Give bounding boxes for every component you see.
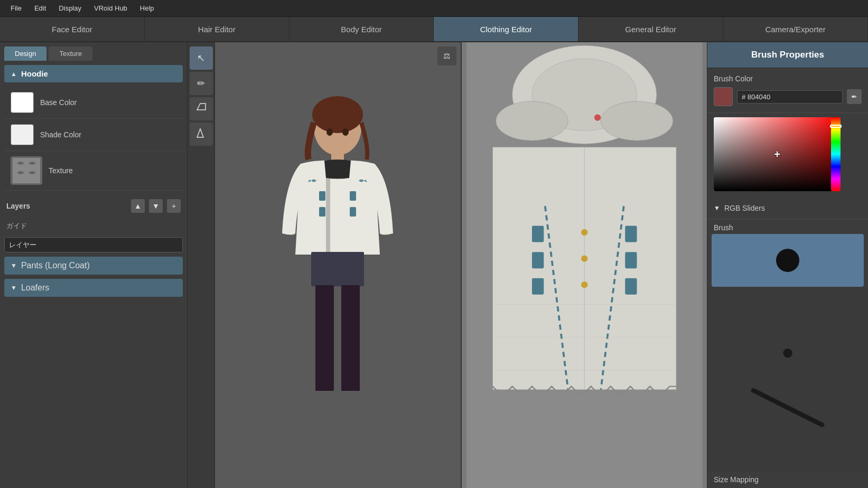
brush-color-swatch[interactable]	[714, 87, 733, 106]
shade-color-row: Shade Color	[4, 119, 183, 151]
svg-rect-11	[319, 207, 325, 217]
menu-bar: File Edit Display VRoid Hub Help	[0, 0, 868, 17]
tab-hair-editor[interactable]: Hair Editor	[145, 17, 290, 41]
menu-vroid-hub[interactable]: VRoid Hub	[88, 2, 134, 14]
left-panel: Design Texture ▲ Hoodie Base Color Shade…	[0, 42, 188, 488]
menu-edit[interactable]: Edit	[28, 2, 52, 14]
shade-color-label: Shade Color	[40, 130, 81, 139]
cursor-icon: ↖	[197, 52, 205, 64]
loafers-section-header[interactable]: ▼ Loafers	[4, 279, 183, 297]
svg-rect-24	[531, 226, 543, 242]
svg-point-32	[581, 281, 587, 288]
fill-tool-button[interactable]	[190, 123, 213, 146]
center-area: ⚖	[215, 42, 707, 488]
tab-body-editor[interactable]: Body Editor	[290, 17, 434, 41]
right-panel: Brush Properties Brush Color ✒ +	[707, 42, 868, 488]
hue-bar[interactable]	[831, 117, 841, 191]
brush-section: Brush	[707, 219, 868, 287]
svg-rect-15	[315, 285, 334, 391]
svg-marker-1	[197, 104, 206, 110]
brush-properties-title: Brush Properties	[707, 42, 868, 68]
pants-title: Pants (Long Coat)	[21, 261, 90, 270]
tab-texture[interactable]: Texture	[49, 46, 92, 61]
viewport-controls: ⚖	[437, 46, 456, 65]
layer-add-button[interactable]: +	[167, 199, 181, 213]
base-color-swatch[interactable]	[11, 92, 34, 113]
balance-icon-button[interactable]: ⚖	[437, 46, 456, 65]
hue-bar-container[interactable]	[831, 117, 841, 191]
hue-indicator	[830, 125, 842, 128]
layers-header: Layers ▲ ▼ +	[0, 195, 187, 217]
svg-rect-0	[13, 158, 40, 183]
layer-name-input[interactable]	[4, 237, 183, 252]
brush-preview	[712, 234, 864, 287]
size-mapping-label: Size Mapping	[707, 471, 868, 488]
balance-icon: ⚖	[443, 51, 450, 61]
brush-section-label: Brush	[707, 221, 868, 234]
pants-chevron-icon: ▼	[11, 262, 17, 269]
hoodie-section-header[interactable]: ▲ Hoodie	[4, 65, 183, 82]
fill-icon	[196, 128, 207, 141]
tab-general-editor[interactable]: General Editor	[578, 17, 723, 41]
svg-point-33	[594, 115, 600, 121]
brush-color-section: Brush Color ✒	[707, 68, 868, 113]
layer-move-down-button[interactable]: ▼	[149, 199, 163, 213]
rgb-sliders-section: ▼ RGB Sliders	[707, 198, 868, 219]
svg-point-31	[581, 255, 587, 261]
viewport-texture[interactable]	[462, 42, 707, 488]
loafers-title: Loafers	[21, 283, 49, 293]
svg-rect-37	[707, 322, 868, 436]
base-color-label: Base Color	[40, 98, 77, 107]
pen-icon: ✒	[851, 92, 857, 101]
hoodie-section: ▲ Hoodie Base Color Shade Color	[0, 61, 187, 195]
tab-camera-exporter[interactable]: Camera/Exporter	[723, 17, 868, 41]
texture-row: Texture	[4, 151, 183, 191]
svg-point-30	[581, 229, 587, 236]
tab-design[interactable]: Design	[4, 46, 46, 61]
guide-layer-item[interactable]: ガイド	[0, 217, 187, 235]
svg-point-6	[326, 128, 333, 136]
pencil-tool-button[interactable]: ✏	[190, 72, 213, 95]
brush-color-label: Brush Color	[714, 74, 862, 83]
svg-rect-13	[350, 207, 356, 217]
menu-display[interactable]: Display	[52, 2, 88, 14]
svg-point-5	[312, 96, 363, 133]
texture-label: Texture	[49, 166, 73, 175]
tab-clothing-editor[interactable]: Clothing Editor	[434, 17, 578, 41]
svg-rect-10	[319, 191, 325, 201]
eraser-icon	[196, 102, 207, 116]
base-color-row: Base Color	[4, 87, 183, 119]
svg-point-7	[342, 128, 349, 136]
svg-rect-16	[341, 285, 360, 391]
eraser-tool-button[interactable]	[190, 97, 213, 120]
character-3d-view	[264, 86, 412, 445]
svg-marker-2	[197, 129, 203, 137]
texture-swatch[interactable]	[11, 156, 42, 185]
color-picker-area[interactable]: +	[714, 117, 862, 193]
design-texture-tabs: Design Texture	[0, 42, 187, 61]
svg-rect-27	[625, 226, 637, 242]
shade-color-swatch[interactable]	[11, 124, 34, 145]
brush-hex-input[interactable]	[737, 90, 843, 104]
hoodie-title: Hoodie	[21, 69, 48, 78]
color-gradient[interactable]: +	[714, 117, 841, 191]
tools-column: ↖ ✏	[188, 42, 215, 488]
rgb-sliders-header[interactable]: ▼ RGB Sliders	[714, 202, 862, 214]
texture-view	[462, 42, 707, 488]
svg-rect-14	[311, 252, 364, 286]
tab-face-editor[interactable]: Face Editor	[0, 17, 145, 41]
color-crosshair: +	[774, 148, 780, 161]
select-tool-button[interactable]: ↖	[190, 46, 213, 70]
svg-rect-28	[625, 252, 637, 268]
menu-file[interactable]: File	[4, 2, 28, 14]
svg-rect-26	[531, 278, 543, 295]
loafers-chevron-icon: ▼	[11, 284, 17, 292]
svg-point-38	[783, 349, 792, 358]
pants-section-header[interactable]: ▼ Pants (Long Coat)	[4, 257, 183, 275]
hoodie-chevron-icon: ▲	[11, 70, 17, 78]
svg-rect-25	[531, 252, 543, 268]
menu-help[interactable]: Help	[134, 2, 161, 14]
layer-move-up-button[interactable]: ▲	[131, 199, 145, 213]
color-picker-button[interactable]: ✒	[847, 89, 862, 104]
viewport-3d[interactable]: ⚖	[215, 42, 461, 488]
